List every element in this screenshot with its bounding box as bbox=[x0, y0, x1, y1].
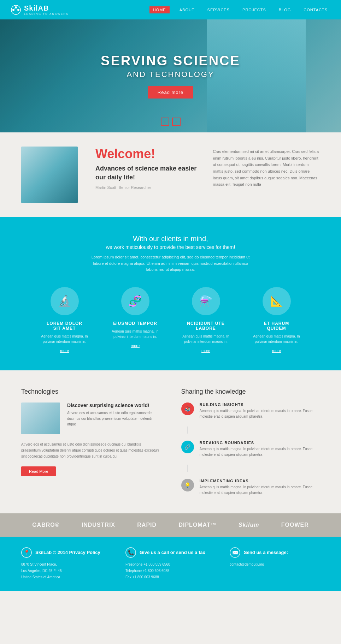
hero-read-more-button[interactable]: Read more bbox=[148, 86, 193, 99]
hero-prev-button[interactable]: ‹ bbox=[161, 118, 169, 126]
header: SkilAB LEADING TO ANSWERS HOME ABOUT SER… bbox=[0, 0, 341, 19]
knowledge-connector-1 bbox=[187, 427, 188, 434]
client-logo-diplomat: DIPLOMAT™ bbox=[178, 522, 216, 528]
knowledge-block: Sharing the knowledge 📚 BUILDING INSIGHT… bbox=[181, 388, 320, 496]
service-item-2: 🧬 EIUSMOD TEMPOR Aenean quis mattis magn… bbox=[107, 287, 164, 353]
logo-subtitle: LEADING TO ANSWERS bbox=[24, 12, 69, 16]
phone-icon: 📞 bbox=[125, 547, 136, 558]
welcome-section: Welcome! Advances of science make easier… bbox=[0, 132, 341, 217]
tech-card-text: At vero eos et accusamus et iusto odio e… bbox=[67, 410, 160, 427]
hero-next-button[interactable]: › bbox=[172, 118, 181, 126]
service-item-4: 📐 ET HARUM QUIDEM Aenean quis mattis mag… bbox=[248, 287, 305, 353]
footer-email-text: contact@demo6ix.org bbox=[230, 561, 320, 568]
footer-address-text: 8870 St Vincent Place, Los Angeles, DC 4… bbox=[21, 561, 111, 580]
logo-icon bbox=[11, 5, 21, 15]
tech-knowledge-section: Technologies Discover surprising science… bbox=[0, 370, 341, 513]
nav-blog[interactable]: BLOG bbox=[276, 6, 294, 13]
client-logo-foower: FOOWER bbox=[281, 522, 309, 528]
service-icon-microscope: 🔬 bbox=[51, 287, 79, 315]
welcome-heading: Welcome! bbox=[95, 147, 202, 161]
service-name-3: NCIDIDUNT UTE LABORE bbox=[178, 321, 234, 331]
hero-navigation: ‹ › bbox=[161, 118, 181, 126]
hero-subtitle: AND TECHNOLOGY bbox=[101, 70, 240, 79]
service-more-4[interactable]: more bbox=[248, 348, 305, 353]
knowledge-item-2: 🔗 BREAKING BOUNDARIES Aenean quis mattis… bbox=[181, 441, 320, 458]
tech-card-content: Discover surprising science world! At ve… bbox=[67, 402, 160, 434]
nav-about[interactable]: ABOUT bbox=[177, 6, 198, 13]
knowledge-title-3: IMPLEMENTING IDEAS bbox=[200, 479, 320, 483]
services-subtitle: we work meticulously to provide the best… bbox=[21, 244, 320, 250]
knowledge-text-2: Aenean quis mattis magna. In pulvinar in… bbox=[200, 446, 320, 458]
footer-email-col: ✉️ Send us a message: contact@demo6ix.or… bbox=[230, 547, 320, 580]
knowledge-dot-2: 🔗 bbox=[181, 441, 194, 453]
services-description: Lorem ipsum dolor sit amet, consectetur … bbox=[89, 254, 252, 273]
clients-section: GABRO® INDUSTRIX RAPID DIPLOMAT™ Skilum … bbox=[0, 513, 341, 537]
knowledge-content-3: IMPLEMENTING IDEAS Aenean quis mattis ma… bbox=[200, 479, 320, 496]
knowledge-content-1: BUILDING INSIGHTS Aenean quis mattis mag… bbox=[200, 402, 320, 419]
technologies-block: Technologies Discover surprising science… bbox=[21, 388, 160, 496]
nav-services[interactable]: SERVICES bbox=[205, 6, 233, 13]
services-section: With our clients in mind, we work meticu… bbox=[0, 217, 341, 370]
service-name-2: EIUSMOD TEMPOR bbox=[107, 321, 164, 326]
service-text-2: Aenean quis mattis magna. In pulvinar in… bbox=[107, 329, 164, 339]
welcome-body-text: Cras elementum sed mi sit amet ullamcorp… bbox=[213, 147, 320, 188]
service-name-4: ET HARUM QUIDEM bbox=[248, 321, 305, 331]
logo-name: SkilAB bbox=[24, 4, 49, 12]
knowledge-dot-1: 📚 bbox=[181, 402, 194, 415]
hero-title: SERVING SCIENCE bbox=[101, 53, 240, 68]
service-icon-flask: ⚗️ bbox=[192, 287, 220, 315]
welcome-tagline: Advances of science make easier our dail… bbox=[95, 164, 202, 182]
nav-projects[interactable]: PROJECTS bbox=[240, 6, 269, 13]
client-logo-gabro: GABRO® bbox=[32, 522, 59, 528]
welcome-image bbox=[21, 147, 78, 203]
footer-phone-col: 📞 Give us a call or send us a fax Freeph… bbox=[125, 547, 216, 580]
footer-address-title: 📍 SkilLab © 2014 Privacy Policy bbox=[21, 547, 111, 558]
welcome-text-block: Welcome! Advances of science make easier… bbox=[88, 147, 202, 190]
knowledge-item-1: 📚 BUILDING INSIGHTS Aenean quis mattis m… bbox=[181, 402, 320, 419]
service-text-3: Aenean quis mattis magna. In pulvinar in… bbox=[178, 334, 234, 344]
service-item-1: 🔬 LOREM DOLOR SIT AMET Aenean quis matti… bbox=[36, 287, 93, 353]
knowledge-list: 📚 BUILDING INSIGHTS Aenean quis mattis m… bbox=[181, 402, 320, 496]
welcome-author: Martin Scott Senior Researcher bbox=[95, 185, 202, 190]
service-icon-compass: 📐 bbox=[263, 287, 291, 315]
footer-address-col: 📍 SkilLab © 2014 Privacy Policy 8870 St … bbox=[21, 547, 111, 580]
nav-contacts[interactable]: CONTACTS bbox=[301, 6, 330, 13]
tech-image bbox=[21, 402, 60, 434]
tech-card-title: Discover surprising science world! bbox=[67, 402, 160, 408]
service-more-3[interactable]: more bbox=[178, 348, 234, 353]
knowledge-dot-3: 💡 bbox=[181, 479, 194, 491]
knowledge-heading: Sharing the knowledge bbox=[181, 388, 320, 395]
client-logo-industrix: INDUSTRIX bbox=[82, 522, 115, 528]
knowledge-content-2: BREAKING BOUNDARIES Aenean quis mattis m… bbox=[200, 441, 320, 458]
footer-email-title: ✉️ Send us a message: bbox=[230, 547, 320, 558]
service-more-1[interactable]: more bbox=[36, 348, 93, 353]
footer: 📍 SkilLab © 2014 Privacy Policy 8870 St … bbox=[0, 537, 341, 591]
footer-phone-title: 📞 Give us a call or send us a fax bbox=[125, 547, 216, 558]
knowledge-title-2: BREAKING BOUNDARIES bbox=[200, 441, 320, 445]
service-name-1: LOREM DOLOR SIT AMET bbox=[36, 321, 93, 331]
knowledge-item-3: 💡 IMPLEMENTING IDEAS Aenean quis mattis … bbox=[181, 479, 320, 496]
footer-phone-text: Freephone +1 800 559 6560 Telephone +1 8… bbox=[125, 561, 216, 580]
service-item-3: ⚗️ NCIDIDUNT UTE LABORE Aenean quis matt… bbox=[178, 287, 234, 353]
main-nav: HOME ABOUT SERVICES PROJECTS BLOG CONTAC… bbox=[149, 6, 330, 13]
knowledge-text-1: Aenean quis mattis magna. In pulvinar in… bbox=[200, 408, 320, 419]
client-logo-rapid: RAPID bbox=[137, 522, 157, 528]
email-icon: ✉️ bbox=[230, 547, 240, 558]
service-more-2[interactable]: more bbox=[107, 344, 164, 348]
technologies-heading: Technologies bbox=[21, 388, 160, 395]
hero-content: SERVING SCIENCE AND TECHNOLOGY Read more bbox=[101, 53, 240, 99]
tech-read-more-button[interactable]: Read More bbox=[21, 466, 56, 476]
knowledge-connector-2 bbox=[187, 465, 188, 472]
location-icon: 📍 bbox=[21, 547, 32, 558]
tech-card: Discover surprising science world! At ve… bbox=[21, 402, 160, 434]
knowledge-text-3: Aenean quis mattis magna. In pulvinar in… bbox=[200, 484, 320, 496]
svg-line-4 bbox=[14, 8, 15, 9]
logo[interactable]: SkilAB LEADING TO ANSWERS bbox=[11, 4, 69, 16]
service-text-1: Aenean quis mattis magna. In pulvinar in… bbox=[36, 334, 93, 344]
services-title: With our clients in mind, bbox=[21, 235, 320, 243]
services-grid: 🔬 LOREM DOLOR SIT AMET Aenean quis matti… bbox=[21, 287, 320, 353]
knowledge-title-1: BUILDING INSIGHTS bbox=[200, 402, 320, 407]
nav-home[interactable]: HOME bbox=[149, 6, 170, 13]
svg-line-5 bbox=[17, 8, 18, 9]
tech-body-text: At vero eos et accusamus et iusto odio d… bbox=[21, 441, 160, 459]
